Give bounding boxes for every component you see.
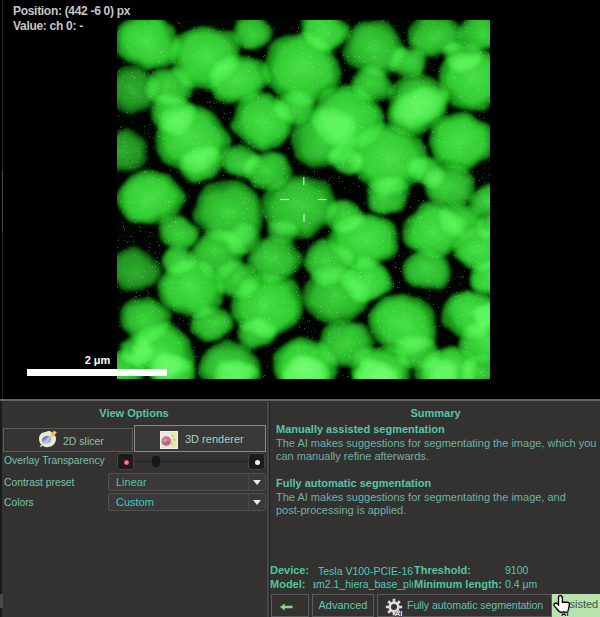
svg-text:AI: AI [395,609,403,617]
svg-text:AI: AI [561,609,569,617]
